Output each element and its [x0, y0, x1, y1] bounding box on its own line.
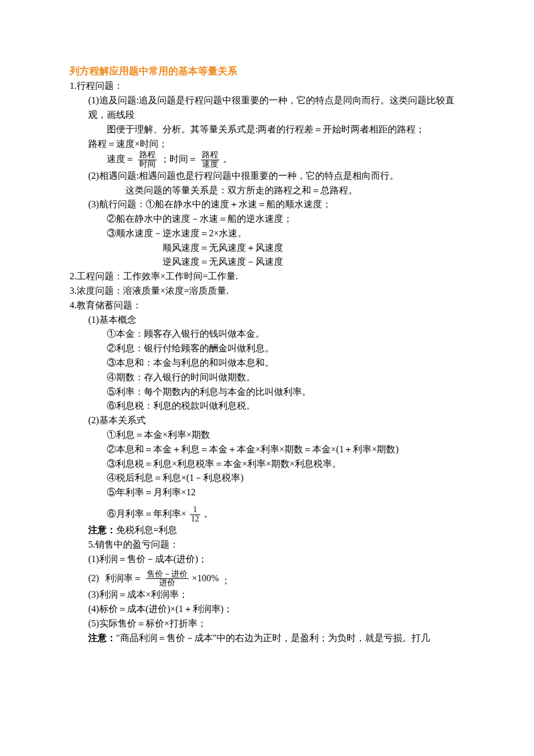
- sec1-3d: 顺风速度＝无风速度＋风速度: [70, 241, 464, 255]
- sec1-1a-text: (1)追及问题:追及问题是行程问题中很重要的一种，它的特点是同向而行。这类问题比…: [88, 93, 464, 123]
- note-label: 注意：: [88, 525, 116, 535]
- sec4-b4: ④税后利息＝利息×(1－利息税率): [70, 471, 464, 485]
- fraction-one-twelve: 1 12: [189, 506, 201, 523]
- frac-num: 路程: [138, 151, 157, 160]
- fraction-distance-speed: 路程 速度: [200, 151, 221, 168]
- sec4-a5: ⑤利率：每个期数内的利息与本金的比叫做利率。: [70, 385, 464, 399]
- sec1-3a: (3)航行问题：①船在静水中的速度＋水速＝船的顺水速度；: [70, 197, 464, 212]
- section-5-heading: 5.销售中的盈亏问题：: [70, 538, 464, 552]
- sec1-2a: (2)相遇问题:相遇问题也是行程问题中很重要的一种，它的特点是相向而行。: [70, 169, 464, 183]
- sec5-p2-end: ；: [221, 575, 230, 585]
- section-4-heading: 4.教育储蓄问题：: [70, 298, 464, 313]
- sec5-p2-pre: (2): [88, 573, 99, 583]
- fraction-profit-rate: 售价－进价 进价: [145, 570, 190, 588]
- sec4-a1: ①本金：顾客存入银行的钱叫做本金。: [70, 327, 464, 341]
- sec5-p3: (3)利润＝成本×利润率；: [70, 588, 464, 602]
- sec4-a6: ⑥利息税：利息的税款叫做利息税。: [70, 399, 464, 413]
- sec5-note-text: "商品利润＝售价－成本"中的右边为正时，是盈利；为负时，就是亏损。打几: [116, 633, 430, 643]
- frac-num: 售价－进价: [146, 570, 189, 579]
- fraction-distance-time: 路程 时间: [137, 151, 158, 168]
- frac-den: 12: [190, 515, 200, 524]
- sec1-1d-pre: 速度＝: [107, 154, 135, 164]
- section-2: 2.工程问题：工作效率×工作时间=工作量.: [70, 269, 464, 284]
- section-1-heading: 1.行程问题：: [70, 79, 464, 93]
- sec4-b1: ①利息＝本金×利率×期数: [70, 428, 464, 442]
- sec4-b: (2)基本关系式: [70, 413, 464, 428]
- sec4-b6-end: 。: [204, 509, 213, 519]
- sec4-a: (1)基本概念: [70, 313, 464, 327]
- sec1-1b: 图便于理解、分析。其等量关系式是:两者的行程差＝开始时两者相距的路程；: [70, 123, 464, 137]
- sec4-note-text: 免税利息=利息: [116, 525, 177, 535]
- profit-rate-formula: 利润率＝ 售价－进价 进价 ×100%: [105, 570, 219, 588]
- frac-num: 路程: [201, 151, 219, 160]
- frac-den: 速度: [201, 160, 219, 169]
- sec1-1c: 路程＝速度×时间；: [70, 137, 464, 152]
- sec5-p5: (5)实际售价＝标价×打折率；: [70, 617, 464, 631]
- sec1-3c: ③顺水速度－逆水速度＝2×水速。: [70, 226, 464, 241]
- sec1-1d-mid: ；时间＝: [160, 154, 197, 164]
- sec4-b5: ⑤年利率＝月利率×12: [70, 485, 464, 500]
- sec1-1d-end: 。: [223, 154, 232, 164]
- sec1-2b: 这类问题的等量关系是：双方所走的路程之和＝总路程。: [70, 183, 464, 198]
- sec5-p1: (1)利润＝售价－成本(进价)；: [70, 552, 464, 567]
- sec1-3b: ②船在静水中的速度－水速＝船的逆水速度；: [70, 212, 464, 226]
- sec4-b6: ⑥月利率＝年利率× 1 12 。: [70, 506, 464, 523]
- sec5-note: 注意："商品利润＝售价－成本"中的右边为正时，是盈利；为负时，就是亏损。打几: [70, 631, 464, 646]
- sec4-b6-pre: ⑥月利率＝年利率×: [107, 509, 186, 519]
- sec4-a3: ③本息和：本金与利息的和叫做本息和。: [70, 356, 464, 370]
- frac-den: 进价: [146, 579, 189, 588]
- frac-den: 时间: [138, 160, 157, 169]
- section-3: 3.浓度问题：溶液质量×浓度=溶质质量.: [70, 284, 464, 298]
- frac-num: 1: [190, 506, 200, 515]
- sec4-b3: ③利息税＝利息×利息税率＝本金×利率×期数×利息税率。: [70, 457, 464, 471]
- sec4-b2: ②本息和＝本金＋利息＝本金＋本金×利率×期数＝本金×(1＋利率×期数): [70, 442, 464, 457]
- sec4-a4: ④期数：存入银行的时间叫做期数。: [70, 370, 464, 385]
- sec5-p4: (4)标价＝成本(进价)×(1＋利润率)；: [70, 602, 464, 617]
- sec1-1a: (1)追及问题:追及问题是行程问题中很重要的一种，它的特点是同向而行。这类问题比…: [70, 93, 464, 123]
- sec4-a2: ②利息：银行付给顾客的酬金叫做利息。: [70, 341, 464, 356]
- sec5-p2-tail: ×100%: [192, 573, 219, 583]
- sec5-p2: (2) 利润率＝ 售价－进价 进价 ×100% ；: [70, 570, 464, 588]
- sec1-1d: 速度＝ 路程 时间 ；时间＝ 路程 速度 。: [70, 151, 464, 168]
- note-label: 注意：: [88, 633, 116, 643]
- document-page: 列方程解应用题中常用的基本等量关系 1.行程问题： (1)追及问题:追及问题是行…: [0, 0, 534, 756]
- sec5-p2-lhs: 利润率＝: [105, 573, 142, 583]
- sec1-3e: 逆风速度＝无风速度－风速度: [70, 255, 464, 269]
- document-title: 列方程解应用题中常用的基本等量关系: [70, 64, 464, 79]
- sec4-note: 注意：免税利息=利息: [70, 523, 464, 538]
